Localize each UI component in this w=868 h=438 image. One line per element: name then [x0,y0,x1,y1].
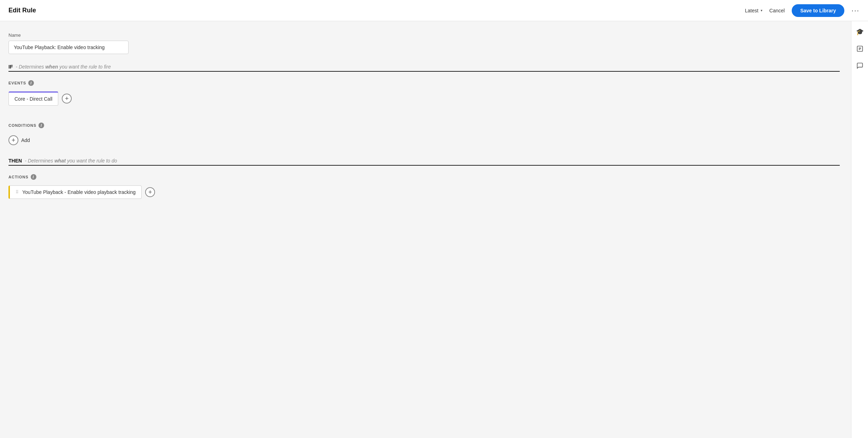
version-selector[interactable]: Latest ▾ [745,8,762,13]
header: Edit Rule Latest ▾ Cancel Save to Librar… [0,0,868,21]
actions-label: ACTIONS i [8,174,840,180]
then-section: THEN - Determines what you want the rule… [8,158,840,199]
conditions-info-icon[interactable]: i [38,123,44,128]
add-condition-label: Add [21,137,30,143]
actions-info-icon[interactable]: i [31,174,36,180]
comments-icon[interactable] [855,61,865,71]
events-label: EVENTS i [8,80,840,86]
action-card: ⠿ YouTube Playback - Enable video playba… [8,185,155,199]
if-section-header: IF - Determines when you want the rule t… [8,64,840,70]
chevron-down-icon: ▾ [761,8,762,12]
if-keyword: IF [8,64,13,70]
header-right: Latest ▾ Cancel Save to Library ··· [745,4,860,17]
action-pill[interactable]: ⠿ YouTube Playback - Enable video playba… [8,185,142,199]
drag-handle-icon[interactable]: ⠿ [16,190,19,195]
right-sidebar: 🎓 [851,21,868,438]
event-label: Core - Direct Call [14,96,52,102]
then-description: - Determines what you want the rule to d… [25,158,117,164]
add-condition-icon: + [8,135,18,145]
events-subsection: EVENTS i Core - Direct Call + [8,80,840,111]
if-section: IF - Determines when you want the rule t… [8,64,840,147]
save-button[interactable]: Save to Library [792,4,844,17]
graduation-icon[interactable]: 🎓 [855,27,865,37]
event-card: Core - Direct Call + [8,91,72,106]
if-divider [8,71,840,72]
name-input[interactable] [8,41,129,54]
then-section-header: THEN - Determines what you want the rule… [8,158,840,164]
page-title: Edit Rule [8,7,36,14]
cancel-button[interactable]: Cancel [769,8,785,13]
version-label: Latest [745,8,758,13]
conditions-subsection: CONDITIONS i + Add [8,123,840,147]
action-label: YouTube Playback - Enable video playback… [22,189,136,195]
then-keyword: THEN [8,158,22,164]
add-event-button[interactable]: + [62,94,72,103]
name-field-group: Name [8,32,840,54]
then-divider [8,165,840,166]
events-info-icon[interactable]: i [28,80,34,86]
event-pill[interactable]: Core - Direct Call [8,91,58,106]
more-options-button[interactable]: ··· [851,6,860,14]
search-icon[interactable] [855,44,865,54]
conditions-label: CONDITIONS i [8,123,840,128]
if-description: - Determines when you want the rule to f… [16,64,111,70]
main-layout: Name IF - Determines when you want the r… [0,21,868,438]
name-label: Name [8,32,840,38]
content-area: Name IF - Determines when you want the r… [0,21,851,438]
actions-subsection: ACTIONS i ⠿ YouTube Playback - Enable vi… [8,174,840,199]
add-condition-button[interactable]: + Add [8,134,30,147]
add-action-button[interactable]: + [145,187,155,197]
